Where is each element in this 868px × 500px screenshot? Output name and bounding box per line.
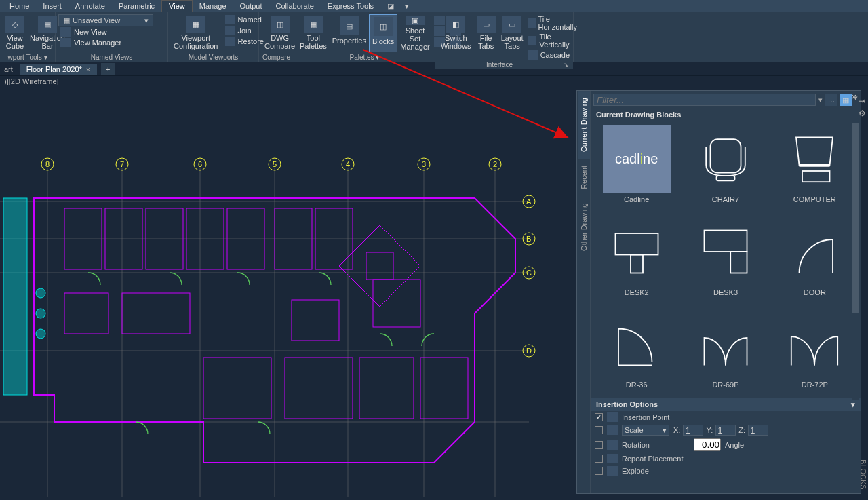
panel-compare: ◫ DWG Compare Compare: [259, 12, 294, 62]
block-desk2[interactable]: DESK2: [596, 218, 677, 301]
cube-icon: ◇: [5, 16, 24, 33]
tool-palettes-button[interactable]: ▦ Tool Palettes: [297, 14, 330, 52]
explode-icon: [607, 466, 618, 476]
block-cadline[interactable]: cadline Cadline: [596, 125, 677, 208]
tab-strip: art Floor Plan 2020* × +: [0, 62, 868, 76]
svg-rect-59: [631, 254, 643, 273]
block-chair7[interactable]: CHAIR7: [685, 125, 766, 208]
menu-collaborate[interactable]: Collaborate: [269, 1, 321, 12]
scale-x-input[interactable]: [683, 425, 703, 436]
section-title: Current Drawing Blocks: [591, 109, 861, 121]
palette-pin-icon[interactable]: ⇥: [859, 96, 868, 106]
scale-icon: [607, 425, 618, 435]
svg-rect-58: [615, 233, 658, 255]
block-door[interactable]: DOOR: [774, 218, 855, 301]
menu-annotate[interactable]: Annotate: [68, 1, 112, 12]
document-tab[interactable]: Floor Plan 2020* ×: [20, 64, 97, 75]
ribbon: ◇ View Cube ▤ Navigation Bar wport Tools…: [0, 12, 868, 62]
vtab-other-drawing[interactable]: Other Drawing: [578, 196, 590, 258]
scale-dropdown[interactable]: Scale▾: [622, 425, 669, 436]
svg-rect-23: [203, 358, 271, 419]
panel-palettes: ▦ Tool Palettes ▤ Properties ◫ Blocks ▣ …: [294, 12, 435, 62]
cascade-button[interactable]: Cascade: [526, 50, 581, 60]
blocks-icon: ◫: [374, 17, 393, 36]
scale-z-input[interactable]: [748, 425, 768, 436]
palette-tabs: Current Drawing Recent Other Drawing: [577, 91, 591, 493]
opt-repeat[interactable]: Repeat Placement: [591, 453, 861, 465]
svg-rect-24: [285, 358, 353, 419]
doc-title: Floor Plan 2020*: [26, 65, 82, 73]
view-thumbnails-icon[interactable]: ▦: [840, 94, 852, 106]
sheetset-button[interactable]: ▣ Sheet Set Manager: [397, 14, 432, 52]
browse-icon[interactable]: …: [825, 94, 837, 106]
layout-tabs-button[interactable]: ▭ Layout Tabs: [498, 14, 526, 52]
menu-dropdown-icon[interactable]: ▾: [401, 1, 413, 12]
palettes-icon: ▦: [304, 16, 323, 33]
new-view-button[interactable]: New View: [58, 26, 165, 37]
switch-windows-button[interactable]: ◧ Switch Windows: [438, 14, 474, 52]
chk-scale[interactable]: [595, 426, 603, 434]
filter-input[interactable]: [593, 94, 816, 106]
tile-h-button[interactable]: Tile Horizontally: [526, 14, 581, 32]
vtab-recent[interactable]: Recent: [578, 159, 590, 196]
tile-v-button[interactable]: Tile Vertically: [526, 32, 581, 50]
blocks-palette: × Current Drawing Recent Other Drawing ▾…: [576, 90, 861, 494]
opt-explode[interactable]: Explode: [591, 465, 861, 477]
scale-y-input[interactable]: [715, 425, 736, 436]
panel-title-palettes[interactable]: Palettes ▾: [294, 53, 435, 62]
menu-view[interactable]: View: [161, 0, 193, 12]
file-tabs-button[interactable]: ▭ File Tabs: [474, 14, 498, 52]
opt-scale[interactable]: Scale▾ X: Y: Z:: [591, 423, 861, 437]
sheetset-icon: ▣: [406, 16, 425, 25]
menu-home[interactable]: Home: [3, 1, 36, 12]
chk-explode[interactable]: [595, 467, 603, 475]
viewport-config-button[interactable]: ▦ Viewport Configuration: [171, 14, 220, 52]
opt-insertion-point[interactable]: Insertion Point: [591, 411, 861, 423]
insertion-header[interactable]: Insertion Options▾: [591, 398, 861, 411]
block-dr36[interactable]: DR-36: [596, 310, 677, 393]
view-dropdown-icon[interactable]: ▾: [854, 94, 858, 106]
close-icon[interactable]: ×: [86, 65, 90, 73]
block-grid: cadline Cadline CHAIR7 COMPUTER DESK2 DE: [591, 121, 861, 398]
svg-point-28: [36, 288, 45, 298]
svg-text:2: 2: [493, 160, 497, 168]
view-manager-button[interactable]: View Manager: [58, 37, 165, 48]
vtab-current-drawing[interactable]: Current Drawing: [578, 91, 590, 159]
block-dr69p[interactable]: DR-69P: [685, 310, 766, 393]
block-computer[interactable]: COMPUTER: [774, 125, 855, 208]
svg-rect-57: [802, 171, 830, 182]
svg-text:3: 3: [422, 160, 426, 168]
chk-repeat[interactable]: [595, 455, 603, 463]
block-desk3[interactable]: DESK3: [685, 218, 766, 301]
menu-manage[interactable]: Manage: [193, 1, 233, 12]
blocks-button[interactable]: ◫ Blocks: [369, 14, 397, 52]
menu-apps-icon[interactable]: ◪: [384, 1, 397, 12]
panel-title-viewport[interactable]: wport Tools ▾: [0, 53, 55, 62]
chk-rotation[interactable]: [595, 441, 603, 449]
filter-dropdown-icon[interactable]: ▾: [818, 96, 823, 104]
palette-title: BLOCKS: [858, 455, 868, 494]
opt-rotation[interactable]: Rotation Angle: [591, 437, 861, 453]
start-trunc: art: [0, 65, 17, 73]
svg-text:8: 8: [45, 160, 50, 168]
menu-output[interactable]: Output: [233, 1, 269, 12]
svg-text:A: A: [526, 197, 532, 206]
svg-rect-19: [64, 293, 108, 334]
view-cube-button[interactable]: ◇ View Cube: [3, 14, 27, 52]
repeat-icon: [607, 454, 618, 463]
palette-gear-icon[interactable]: ⚙: [859, 109, 868, 118]
menu-parametric[interactable]: Parametric: [112, 1, 161, 12]
menu-insert[interactable]: Insert: [36, 1, 68, 12]
rotation-input[interactable]: [694, 438, 721, 451]
block-dr72p[interactable]: DR-72P: [774, 310, 855, 393]
filetabs-icon: ▭: [477, 16, 496, 33]
chk-insertion-point[interactable]: [595, 413, 603, 421]
dwg-compare-button[interactable]: ◫ DWG Compare: [262, 14, 298, 52]
menu-express-tools[interactable]: Express Tools: [321, 1, 380, 12]
canvas[interactable]: 8 7 6 5 4 3 2 A B C D: [0, 76, 576, 500]
new-tab-button[interactable]: +: [101, 63, 115, 75]
svg-rect-61: [730, 252, 747, 273]
properties-button[interactable]: ▤ Properties: [330, 14, 369, 52]
unsaved-view-dropdown[interactable]: ▦ Unsaved View ▾: [58, 14, 153, 26]
svg-point-29: [36, 309, 45, 318]
